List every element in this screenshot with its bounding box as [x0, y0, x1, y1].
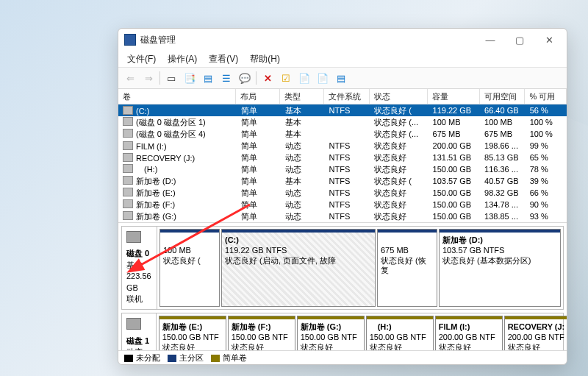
- volume-row[interactable]: (磁盘 0 磁盘分区 4)简单基本状态良好 (...675 MB675 MB10…: [118, 128, 567, 140]
- partition-block[interactable]: 新加卷 (D:)103.57 GB NTFS状态良好 (基本数据分区): [439, 229, 561, 307]
- forward-icon: ⇒: [140, 69, 157, 87]
- disk-0-partitions: 100 MB状态良好 ((C:)119.22 GB NTFS状态良好 (启动, …: [157, 227, 563, 309]
- delete-icon[interactable]: ✕: [259, 69, 276, 87]
- volume-row[interactable]: (C:)简单基本NTFS状态良好 (119.22 GB66.40 GB56 %: [118, 104, 567, 116]
- disk-icon: [126, 318, 141, 330]
- partition-block[interactable]: 100 MB状态良好 (: [159, 229, 220, 307]
- volume-header[interactable]: 卷 布局 类型 文件系统 状态 容量 可用空间 % 可用: [118, 89, 567, 104]
- legend-simple: 简单卷: [211, 352, 247, 363]
- back-icon: ⇐: [121, 69, 139, 87]
- col-filesystem[interactable]: 文件系统: [324, 89, 370, 104]
- toolbar-sep: [159, 71, 160, 85]
- partition-block[interactable]: 675 MB状态良好 (恢复: [377, 229, 437, 307]
- col-capacity[interactable]: 容量: [428, 89, 480, 104]
- legend-primary: 主分区: [168, 352, 204, 363]
- volume-rows[interactable]: (C:)简单基本NTFS状态良好 (119.22 GB66.40 GB56 %(…: [118, 104, 567, 222]
- title-bar[interactable]: 磁盘管理 — ▢ ✕: [118, 29, 567, 51]
- col-percent-free[interactable]: % 可用: [525, 89, 567, 104]
- disk-1-pane[interactable]: 磁盘 1 动态 931.51 GB 联机 新加卷 (E:)150.00 GB N…: [121, 313, 564, 350]
- desktop: 磁盘管理 — ▢ ✕ 文件(F) 操作(A) 查看(V) 帮助(H) ⇐ ⇒ ▭…: [0, 0, 588, 376]
- partition-block[interactable]: 新加卷 (G:)150.00 GB NTF状态良好: [297, 316, 365, 350]
- partition-block[interactable]: RECOVERY (J:200.00 GB NTF状态良好: [504, 316, 567, 350]
- legend-unallocated: 未分配: [124, 352, 160, 363]
- volume-row[interactable]: 新加卷 (F:)简单动态NTFS状态良好150.00 GB134.78 ...9…: [118, 199, 567, 210]
- disk-graphical-view[interactable]: 磁盘 0 基本 223.56 GB 联机 100 MB状态良好 ((C:)119…: [118, 223, 567, 350]
- toolbar-sep: [256, 71, 257, 85]
- volume-row[interactable]: 新加卷 (E:)简单动态NTFS状态良好150.00 GB98.32 GB66 …: [118, 187, 567, 199]
- console-icon[interactable]: ▭: [162, 69, 180, 87]
- col-status[interactable]: 状态: [370, 89, 428, 104]
- prop1-icon[interactable]: 📄: [295, 69, 313, 87]
- menu-action[interactable]: 操作(A): [162, 51, 203, 68]
- disk-0-kind: 基本: [126, 260, 143, 269]
- disk-icon: [126, 231, 141, 243]
- layout-icon[interactable]: ▤: [332, 69, 350, 87]
- col-layout[interactable]: 布局: [236, 89, 280, 104]
- disk-1-label[interactable]: 磁盘 1 动态 931.51 GB 联机: [122, 313, 157, 350]
- volume-row[interactable]: (H:)简单动态NTFS状态良好150.00 GB116.36 ...78 %: [118, 163, 567, 175]
- disk-1-title: 磁盘 1: [126, 336, 149, 345]
- toolbar: ⇐ ⇒ ▭ 📑 ▤ ☰ 💬 ✕ ☑ 📄 📄 ▤: [118, 68, 567, 89]
- disk-0-pane[interactable]: 磁盘 0 基本 223.56 GB 联机 100 MB状态良好 ((C:)119…: [121, 226, 564, 310]
- volume-row[interactable]: (磁盘 0 磁盘分区 1)简单基本状态良好 (...100 MB100 MB10…: [118, 116, 567, 128]
- disk-0-state: 联机: [126, 294, 143, 303]
- close-button[interactable]: ✕: [534, 29, 564, 51]
- maximize-button[interactable]: ▢: [505, 29, 534, 51]
- menu-file[interactable]: 文件(F): [121, 51, 162, 68]
- disk-0-size: 223.56 GB: [126, 272, 151, 291]
- legend-bar: 未分配 主分区 简单卷: [118, 350, 567, 364]
- refresh-icon[interactable]: 📑: [181, 69, 198, 87]
- help-icon[interactable]: 💬: [236, 69, 254, 87]
- disk-0-title: 磁盘 0: [126, 249, 149, 258]
- view2-icon[interactable]: ☰: [218, 69, 235, 87]
- volume-row[interactable]: RECOVERY (J:)简单动态NTFS状态良好131.51 GB85.13 …: [118, 152, 567, 163]
- disk-management-window: 磁盘管理 — ▢ ✕ 文件(F) 操作(A) 查看(V) 帮助(H) ⇐ ⇒ ▭…: [118, 28, 567, 365]
- window-title: 磁盘管理: [140, 34, 476, 46]
- col-free[interactable]: 可用空间: [480, 89, 526, 104]
- volume-row[interactable]: 新加卷 (D:)简单基本NTFS状态良好 (103.57 GB40.57 GB3…: [118, 175, 567, 187]
- menu-view[interactable]: 查看(V): [203, 51, 244, 68]
- volume-row[interactable]: FILM (I:)简单动态NTFS状态良好200.00 GB198.66 ...…: [118, 140, 567, 152]
- partition-block[interactable]: 新加卷 (F:)150.00 GB NTF状态良好: [228, 316, 295, 350]
- volume-list[interactable]: 卷 布局 类型 文件系统 状态 容量 可用空间 % 可用 (C:)简单基本NTF…: [118, 89, 567, 223]
- app-icon: [124, 34, 136, 46]
- view1-icon[interactable]: ▤: [199, 69, 217, 87]
- prop2-icon[interactable]: 📄: [314, 69, 331, 87]
- menu-help[interactable]: 帮助(H): [244, 51, 286, 68]
- disk-0-label[interactable]: 磁盘 0 基本 223.56 GB 联机: [122, 227, 157, 309]
- partition-block[interactable]: 新加卷 (E:)150.00 GB NTF状态良好: [159, 316, 226, 350]
- minimize-button[interactable]: —: [476, 29, 505, 51]
- partition-block[interactable]: FILM (I:)200.00 GB NTF状态良好: [435, 316, 503, 350]
- volume-row[interactable]: 新加卷 (G:)简单动态NTFS状态良好150.00 GB138.85 ...9…: [118, 210, 567, 222]
- menu-bar: 文件(F) 操作(A) 查看(V) 帮助(H): [118, 51, 567, 68]
- check-icon[interactable]: ☑: [277, 69, 295, 87]
- disk-1-partitions: 新加卷 (E:)150.00 GB NTF状态良好新加卷 (F:)150.00 …: [157, 313, 567, 350]
- partition-block[interactable]: (C:)119.22 GB NTFS状态良好 (启动, 页面文件, 故障: [221, 229, 376, 307]
- col-volume[interactable]: 卷: [118, 89, 236, 104]
- partition-block[interactable]: (H:)150.00 GB NTF状态良好: [366, 316, 434, 350]
- col-type[interactable]: 类型: [280, 89, 324, 104]
